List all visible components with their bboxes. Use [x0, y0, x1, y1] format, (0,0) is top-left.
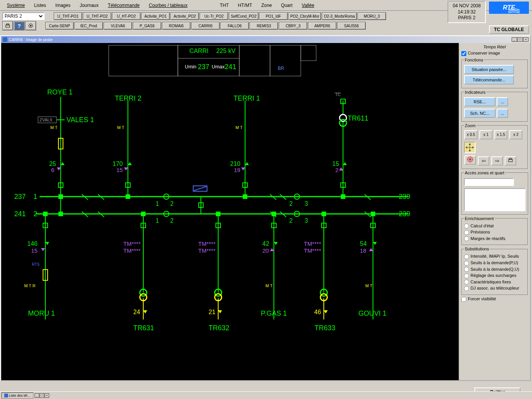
tc-globale-button[interactable]: TC GLOBALE [489, 25, 529, 34]
btn-uctr-po2[interactable]: Uc-Tr_PO2 [200, 12, 228, 20]
btn-uht-po2[interactable]: U_HT-PO2 [112, 12, 141, 20]
tr631-label: TR631 [133, 324, 154, 332]
compass-icon[interactable] [464, 156, 476, 165]
conserver-image-checkbox[interactable]: Conserver image [461, 51, 528, 56]
btn-activite-po1[interactable]: Activite_PO1 [141, 12, 170, 20]
menu-listes[interactable]: Listes [30, 2, 51, 9]
intensite-radio[interactable]: Intensité, IMAP/ Ip, Seuils [464, 254, 525, 259]
telecommande-button[interactable]: Télécommande... [464, 75, 514, 84]
menu-images[interactable]: Images [51, 2, 75, 9]
btn-pgas6[interactable]: P_GAS6 [133, 22, 161, 30]
situation-passee-button[interactable]: Situation passée... [464, 65, 514, 74]
btn-selfcond-po2[interactable]: SelfCond_PO2 [229, 12, 259, 20]
menu-journaux[interactable]: Journaux [75, 2, 103, 9]
zoom-05-button[interactable]: x 0.5 [464, 130, 477, 139]
taskbar-max-icon[interactable]: □ [40, 393, 44, 398]
help-icon[interactable]: ? [14, 21, 25, 30]
menu-systeme[interactable]: Système [2, 2, 30, 9]
taskbar-item-icon [4, 394, 8, 397]
terri2-p: 170 [113, 161, 123, 167]
nav-print-icon[interactable] [505, 156, 516, 166]
terri1-p: 210 [230, 161, 240, 167]
btn-vleva6[interactable]: VLEVA6 [104, 22, 132, 30]
seuils-pu-radio[interactable]: Seuils à la demande(P,U) [464, 260, 525, 266]
taskbar-close-icon[interactable]: × [45, 393, 49, 398]
maximize-button[interactable]: □ [517, 37, 523, 42]
terri2-q: 15 [116, 167, 123, 173]
svg-rect-7 [239, 45, 270, 76]
mt-tag-terri1: M T [235, 125, 243, 130]
datetime-display: 04 NOV 2008 14:19:32 PARIS 2 [447, 1, 486, 23]
menu-telecommande[interactable]: Télécommande [103, 2, 144, 9]
zoom-15-button[interactable]: x 1.5 [494, 130, 507, 139]
rse-button[interactable]: RSE... [464, 97, 496, 106]
btn-carri6[interactable]: CARRI6 [191, 22, 220, 30]
btn-utht-po1[interactable]: U_THT-PO1 [54, 12, 82, 20]
nav-left-icon[interactable]: ⇦ [478, 156, 489, 166]
btn-amper6[interactable]: AMPER6 [308, 22, 336, 30]
menu-tht[interactable]: THT [215, 2, 233, 9]
access-listbox[interactable] [464, 188, 525, 211]
terri1-q: 19 [234, 167, 240, 173]
pgas-label: P.GAS 1 [261, 310, 287, 317]
access-input[interactable] [464, 178, 514, 186]
gear-icon[interactable] [25, 21, 36, 30]
menu-courbes[interactable]: Courbes / tableaux [144, 2, 192, 9]
btn-carte-senp[interactable]: Carte-SENP [45, 22, 74, 30]
pgas-q: 20 [262, 247, 269, 254]
zoom-2-button[interactable]: x 2 [509, 130, 522, 139]
menu-zone[interactable]: Zone [257, 2, 276, 9]
tr611-p: 15 [332, 161, 339, 167]
btn-iec-prod[interactable]: IEC_Prod [75, 22, 103, 30]
sch-nc-more-button[interactable]: ... [497, 109, 508, 118]
btn-saus56[interactable]: SAUS56 [337, 22, 366, 30]
window-titlebar[interactable]: CARRI6 : Image de poste _ □ × [1, 36, 530, 43]
reglage-radio[interactable]: Réglage des surcharges [464, 273, 525, 278]
taskbar-item[interactable]: Liste des tél… [2, 392, 33, 399]
pan-icon[interactable] [464, 142, 476, 153]
nav-right-icon[interactable]: ⇨ [491, 156, 503, 166]
btn-romai6[interactable]: ROMAI6 [162, 22, 191, 30]
indicateurs-fieldset: Indicateurs RSE... ... Sch. NC... ... [461, 90, 528, 122]
minimize-button[interactable]: _ [512, 37, 517, 42]
menu-htmt[interactable]: HT/MT [234, 2, 257, 9]
print-icon[interactable] [2, 21, 13, 30]
menu-vallee[interactable]: Vallée [297, 2, 319, 9]
forcer-visibilite-checkbox[interactable]: Forcer visibilité [461, 296, 528, 302]
marges-radio[interactable]: Marges de réactifs [464, 236, 525, 242]
dj-assoc-radio[interactable]: DJ assoc. au télécoupleur [464, 286, 525, 291]
gouvi-label: GOUVI 1 [358, 310, 386, 317]
btn-utht-po2[interactable]: U_THT-PO2 [83, 12, 111, 20]
busbar1-num: 1 [33, 193, 37, 200]
pgas-p: 42 [262, 240, 269, 247]
roye-p: 25 [49, 161, 56, 167]
btn-activite-po2[interactable]: Activite_PO2 [171, 12, 199, 20]
btn-moru3[interactable]: MORU_3 [358, 12, 386, 20]
gouvi-p: 54 [360, 240, 367, 247]
access-fieldset: Accès zones et quart [461, 171, 528, 215]
svg-text:2: 2 [170, 200, 174, 207]
rse-more-button[interactable]: ... [497, 97, 508, 106]
close-button[interactable]: × [523, 37, 529, 42]
tc-tag: TC [335, 93, 340, 97]
taskbar-min-icon[interactable]: _ [35, 393, 39, 398]
btn-cbry3[interactable]: CBRY_3 [279, 22, 307, 30]
scada-diagram[interactable]: CARRI 225 kV Umin 237 Umax 241 BR [1, 43, 459, 380]
btn-po1-idf[interactable]: PO1_IdF [259, 12, 288, 20]
caracteristiques-radio[interactable]: Caractéristiques fixes [464, 280, 525, 285]
svg-text:2: 2 [289, 200, 293, 207]
btn-o23-morbr[interactable]: O2-3_MorbrRoma [322, 12, 357, 20]
tr632-value: 21 [209, 309, 215, 315]
sch-nc-button[interactable]: Sch. NC... [464, 109, 496, 118]
seuils-qu-radio[interactable]: Seuils à la demande(Q,U) [464, 267, 525, 272]
btn-remis3[interactable]: REMIS3 [250, 22, 278, 30]
site-select[interactable]: PARIS 2 [2, 12, 45, 20]
zoom-1-button[interactable]: x 1 [479, 130, 492, 139]
svg-text:3: 3 [305, 200, 308, 207]
menu-quart[interactable]: Quart [277, 2, 297, 9]
tr631-tm2: TM**** [123, 247, 141, 254]
btn-po2-cbry[interactable]: PO2_CbryM-Mor [288, 12, 322, 20]
calcul-etat-radio[interactable]: Calcul d'état [464, 224, 525, 229]
btn-fallo6[interactable]: FALLO6 [220, 22, 249, 30]
previsions-radio[interactable]: Prévisions [464, 230, 525, 235]
